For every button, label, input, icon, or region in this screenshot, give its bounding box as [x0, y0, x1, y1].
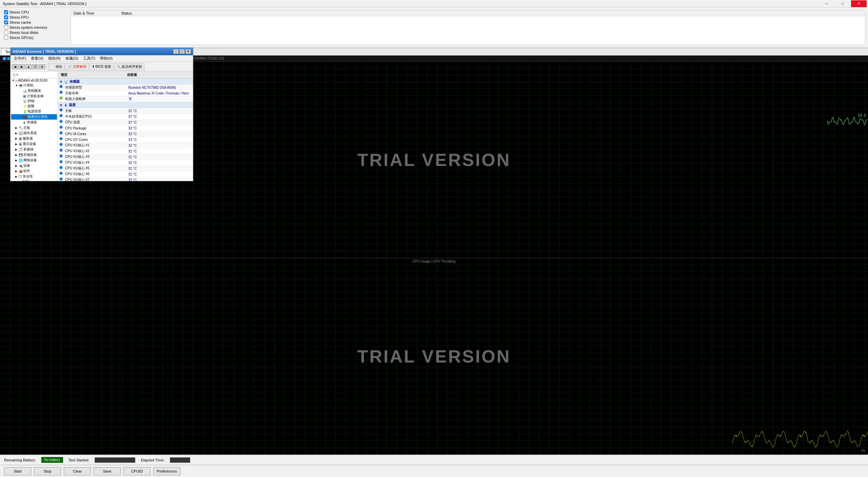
tree-item-ipmi[interactable]: 📡IPMI: [11, 99, 57, 103]
tree-item-system-overview[interactable]: 📊系统概述: [11, 88, 57, 94]
aida-main: 项目 当前值 ▼📡传感器 🔵 传感器类型 Nuvoton NCT6798D (I…: [58, 71, 193, 181]
stress-system-memory-checkbox[interactable]: [4, 25, 8, 29]
tree-item-security[interactable]: ▶🛡安全性: [11, 174, 57, 179]
stop-button[interactable]: Stop: [34, 467, 61, 475]
tree-item-software[interactable]: ▶📦软件: [11, 168, 57, 174]
aida-nav-up[interactable]: ▲: [25, 64, 32, 69]
stress-options: Stress CPU Stress FPU Stress cache Stres…: [0, 7, 68, 48]
preferences-button[interactable]: Preferences: [153, 467, 180, 475]
aida-window-buttons: ─ □ ✕: [173, 49, 191, 54]
menu-help[interactable]: 帮助(H): [98, 55, 115, 62]
aida-refresh[interactable]: ↺: [32, 64, 38, 69]
tree-item-computer[interactable]: ▼💻计算机: [11, 83, 57, 88]
stress-local-disks-option[interactable]: Stress local disks: [4, 30, 64, 35]
aida-window-title: AIDA64 Extreme [ TRIAL VERSION ]: [13, 49, 76, 54]
tree-item-multimedia[interactable]: ▶🎵多媒体: [11, 147, 57, 152]
cpu-usage-chart: CPU Usage | CPU Throttling 10 0% TRIAL V…: [0, 258, 868, 455]
row-temp-core2: 🔵 CPU #1/核心 #2 31 °C: [58, 148, 193, 154]
window-title: System Stability Test - AIDA64 [ TRIAL V…: [3, 2, 86, 6]
log-status-col: Status: [121, 11, 132, 15]
aida-driver-button[interactable]: 🔍 延迟程序更新: [114, 63, 144, 70]
row-temp-motherboard: 🔵 主板 31 °C: [58, 108, 193, 114]
row-sensor-type: 🔵 传感器类型 Nuvoton NCT6798D (ISA A00h): [58, 85, 193, 90]
top-panel: Stress CPU Stress FPU Stress cache Stres…: [0, 7, 868, 48]
tree-header: 菜单: [11, 72, 57, 78]
aida-nav-back[interactable]: ◀: [12, 64, 18, 69]
tree-item-display[interactable]: ▶🖥显示设备: [11, 141, 57, 147]
tree-item-config[interactable]: ▶⚙配置: [11, 179, 57, 181]
stress-fpu-checkbox[interactable]: [4, 15, 8, 19]
aida-buy-button[interactable]: 🛒 立即购买: [65, 63, 89, 70]
menu-report[interactable]: 报告(R): [46, 55, 63, 62]
test-progress-bar: [95, 457, 135, 463]
menu-view[interactable]: 查看(V): [29, 55, 45, 62]
close-button[interactable]: ✕: [851, 0, 867, 7]
start-button[interactable]: Start: [4, 467, 31, 475]
chart2-label-top: CPU Usage | CPU Throttling: [413, 260, 455, 263]
tree-item-overclock[interactable]: ⚡超频: [11, 103, 57, 109]
aida-minimize-button[interactable]: ─: [173, 49, 179, 54]
row-board-name: 🔵 主板名称 Asus Maximus XI Code / Formula / …: [58, 90, 193, 96]
stress-cpu-checkbox[interactable]: [4, 10, 8, 14]
log-date-col: Date & Time: [74, 11, 94, 15]
elapsed-value: [170, 457, 190, 463]
menu-tools[interactable]: 工具(T): [81, 55, 97, 62]
tree-item-computer-name[interactable]: 🖥计算机名称: [11, 94, 57, 99]
stress-fpu-option[interactable]: Stress FPU: [4, 15, 64, 19]
aida-report-button[interactable]: 📄 报告: [48, 63, 65, 70]
tree-item-aida64[interactable]: ▼AAIDA64 v6.00.5100: [11, 78, 57, 83]
save-button[interactable]: Save: [94, 467, 121, 475]
toolbar-sep-1: [46, 64, 47, 70]
cpu-usage-chart-canvas: [0, 258, 868, 454]
row-temp-core7: 🔵 CPU #1/核心 #7 33 °C: [58, 177, 193, 181]
cpuid-button[interactable]: CPUID: [123, 467, 151, 475]
tree-item-devices[interactable]: ▶🔌设备: [11, 163, 57, 168]
section-sensors: ▼📡传感器: [58, 79, 193, 85]
aida-bios-button[interactable]: ⬆ BIOS 更新: [90, 63, 114, 70]
aida-close-button[interactable]: ✕: [185, 49, 191, 54]
stress-fpu-label: Stress FPU: [9, 15, 28, 19]
tree-item-server[interactable]: ▶🖥服务器: [11, 136, 57, 141]
aida-tree: 菜单 ▼AAIDA64 v6.00.5100 ▼💻计算机 📊系统概述 🖥计算机名…: [11, 71, 58, 181]
row-temp-core1: 🔵 CPU #1/核心 #1 32 °C: [58, 143, 193, 148]
aida-toolbar: ◀ ▶ ▲ ↺ ★ 📄 报告 🛒 立即购买 ⬆ BIOS 更新 🔍 延迟程序更新: [11, 62, 193, 71]
tree-item-network[interactable]: ▶🌐网络设备: [11, 158, 57, 163]
aida-favorites[interactable]: ★: [39, 64, 45, 69]
row-temp-cpu-gt-cores: 🔵 CPU GT Cores 33 °C: [58, 137, 193, 143]
row-chassis-intrusion: 🟢 机箱入侵检测 否: [58, 96, 193, 102]
stress-cpu-label: Stress CPU: [9, 10, 29, 14]
row-temp-core3: 🔵 CPU #1/核心 #3 31 °C: [58, 154, 193, 160]
row-temp-cpu-temp: 🔵 CPU 温度 37 °C: [58, 120, 193, 125]
title-bar: System Stability Test - AIDA64 [ TRIAL V…: [0, 0, 868, 7]
tree-item-storage[interactable]: ▶💾存储设备: [11, 152, 57, 158]
tree-item-power-mgmt[interactable]: 🔋电源管理: [11, 109, 57, 114]
stress-local-disks-checkbox[interactable]: [4, 30, 8, 35]
stress-system-memory-label: Stress system memory: [9, 25, 47, 29]
legend-toshiba-label: TOSHIBA-TR200 (29): [191, 57, 224, 60]
stress-cache-option[interactable]: Stress cache: [4, 20, 64, 24]
stress-system-memory-option[interactable]: Stress system memory: [4, 25, 64, 29]
tree-item-motherboard[interactable]: ▶🔧主板: [11, 125, 57, 130]
tree-item-sensors[interactable]: 🌡传感器: [11, 120, 57, 125]
row-temp-core6: 🔵 CPU #1/核心 #6 31 °C: [58, 171, 193, 177]
tree-item-os[interactable]: ▶🪟操作系统: [11, 130, 57, 136]
stress-gpu-checkbox[interactable]: [4, 36, 8, 40]
minimize-button[interactable]: ─: [818, 0, 834, 7]
aida-data-area[interactable]: ▼📡传感器 🔵 传感器类型 Nuvoton NCT6798D (ISA A00h…: [58, 79, 193, 181]
aida-nav-forward[interactable]: ▶: [19, 64, 25, 69]
maximize-button[interactable]: □: [835, 0, 850, 7]
stress-cpu-option[interactable]: Stress CPU: [4, 10, 64, 14]
battery-status: No battery: [41, 457, 63, 463]
menu-file[interactable]: 文件(F): [12, 55, 28, 62]
aida-maximize-button[interactable]: □: [179, 49, 185, 54]
tree-item-portable-computer[interactable]: 💼便携式计算机: [11, 114, 57, 120]
stress-cache-label: Stress cache: [9, 20, 31, 24]
clear-button[interactable]: Clear: [64, 467, 91, 475]
aida-column-headers: 项目 当前值: [58, 71, 193, 79]
aida-titlebar[interactable]: AIDA64 Extreme [ TRIAL VERSION ] ─ □ ✕: [11, 48, 193, 55]
log-header: Date & Time Status: [71, 11, 865, 16]
stress-cache-checkbox[interactable]: [4, 20, 8, 24]
menu-favorites[interactable]: 收藏(O): [63, 55, 80, 62]
log-area: Date & Time Status: [71, 10, 865, 45]
stress-gpu-option[interactable]: Stress GPU(s): [4, 36, 64, 40]
